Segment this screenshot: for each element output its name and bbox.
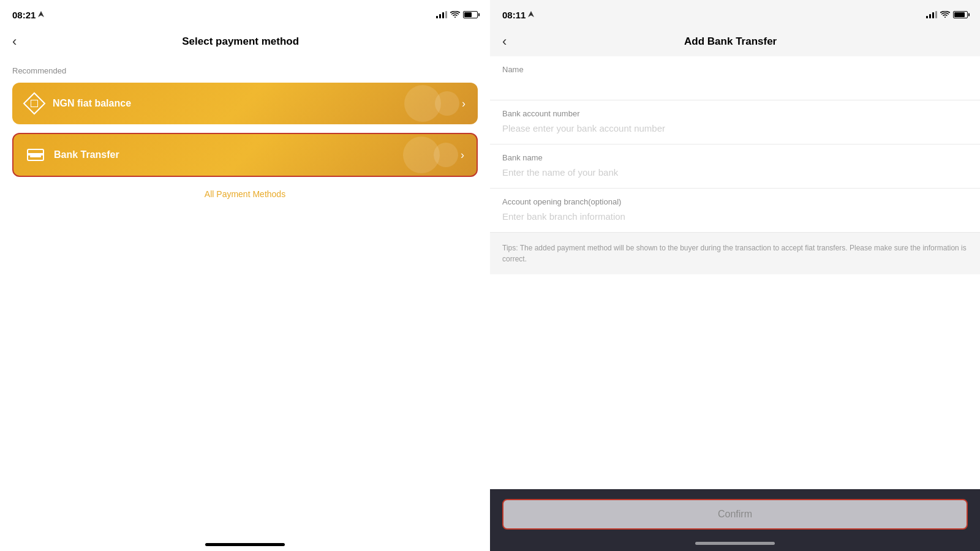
bottom-bar: Confirm xyxy=(490,489,980,537)
tips-text: Tips: The added payment method will be s… xyxy=(502,242,968,264)
name-input[interactable] xyxy=(502,79,968,94)
left-status-bar: 08:21 xyxy=(0,0,490,27)
bank-transfer-arrow: › xyxy=(461,149,464,162)
recommended-label: Recommended xyxy=(12,66,478,75)
decoration2 xyxy=(435,91,459,116)
right-battery-icon xyxy=(953,11,968,18)
right-page-title: Add Bank Transfer xyxy=(511,36,949,48)
left-status-icons xyxy=(436,11,478,18)
right-nav-bar: ‹ Add Bank Transfer xyxy=(490,27,980,56)
left-panel: 08:21 ‹ Select payment method Reco xyxy=(0,0,490,551)
bank-transfer-option[interactable]: Bank Transfer › xyxy=(12,133,478,177)
left-time: 08:21 xyxy=(12,10,36,20)
left-back-button[interactable]: ‹ xyxy=(12,31,21,52)
right-wifi-icon xyxy=(940,11,950,18)
right-signal-icon xyxy=(926,11,937,18)
svg-marker-0 xyxy=(38,11,44,17)
right-back-button[interactable]: ‹ xyxy=(502,31,511,52)
ngn-fiat-icon xyxy=(24,94,44,113)
right-panel: 08:11 ‹ Add Bank Transfer xyxy=(490,0,980,551)
ngn-fiat-label: NGN fiat balance xyxy=(53,98,462,109)
ngn-fiat-option[interactable]: NGN fiat balance › xyxy=(12,83,478,124)
account-branch-input[interactable]: Enter bank branch information xyxy=(502,211,968,226)
signal-icon xyxy=(436,11,447,18)
confirm-button[interactable]: Confirm xyxy=(502,499,968,530)
svg-marker-1 xyxy=(528,11,534,17)
bank-transfer-icon xyxy=(26,145,45,165)
left-nav-bar: ‹ Select payment method xyxy=(0,27,490,56)
bank-name-field-container: Bank name Enter the name of your bank xyxy=(490,144,980,189)
navigation-icon xyxy=(38,11,44,18)
battery-icon xyxy=(463,11,478,18)
name-field-label: Name xyxy=(502,65,968,74)
right-home-indicator-container xyxy=(490,537,980,551)
right-status-icons xyxy=(926,11,968,18)
right-navigation-icon xyxy=(528,11,534,18)
bank-account-number-field-container: Bank account number Please enter your ba… xyxy=(490,100,980,144)
name-field-container: Name xyxy=(490,56,980,100)
account-branch-label: Account opening branch(optional) xyxy=(502,197,968,206)
bank-account-number-input[interactable]: Please enter your bank account number xyxy=(502,123,968,138)
tips-section: Tips: The added payment method will be s… xyxy=(490,233,980,274)
ngn-fiat-arrow: › xyxy=(462,97,466,110)
all-payment-methods-link[interactable]: All Payment Methods xyxy=(12,189,478,199)
account-branch-field-container: Account opening branch(optional) Enter b… xyxy=(490,189,980,233)
bank-name-label: Bank name xyxy=(502,153,968,162)
home-indicator-right xyxy=(695,542,775,545)
right-time: 08:11 xyxy=(502,10,526,20)
home-indicator-left xyxy=(205,543,285,546)
right-status-bar: 08:11 xyxy=(490,0,980,27)
wifi-icon xyxy=(450,11,460,18)
form-container: Name Bank account number Please enter yo… xyxy=(490,56,980,489)
left-content: Recommended NGN fiat balance › xyxy=(0,56,490,551)
bank-transfer-label: Bank Transfer xyxy=(54,149,461,160)
bank-account-number-label: Bank account number xyxy=(502,109,968,118)
decoration4 xyxy=(434,143,458,167)
left-page-title: Select payment method xyxy=(21,36,459,48)
bank-name-input[interactable]: Enter the name of your bank xyxy=(502,167,968,182)
